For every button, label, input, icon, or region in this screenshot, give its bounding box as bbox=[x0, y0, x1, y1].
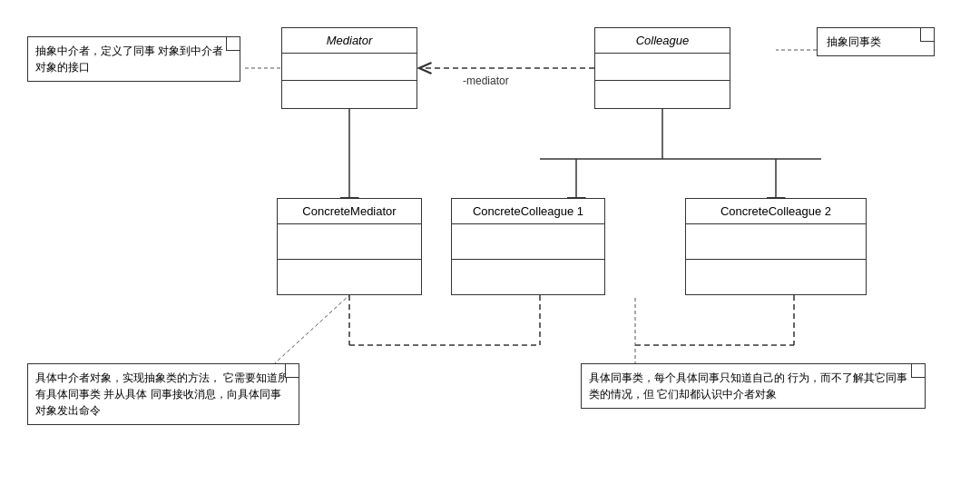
mediator-class: Mediator bbox=[281, 27, 417, 109]
mediator-class-body bbox=[282, 54, 416, 81]
colleague-class-body bbox=[595, 54, 730, 81]
mediator-label: -mediator bbox=[463, 74, 509, 87]
concrete-colleague1-class-body2 bbox=[452, 260, 604, 294]
concrete-colleague2-class: ConcreteColleague 2 bbox=[685, 198, 867, 295]
mediator-class-body2 bbox=[282, 81, 416, 108]
concrete-mediator-class-body2 bbox=[278, 260, 421, 294]
mediator-note: 抽象中介者，定义了同事 对象到中介者对象的接口 bbox=[27, 36, 240, 82]
diagram-container: Mediator Colleague ConcreteMediator Conc… bbox=[0, 0, 980, 495]
concrete-colleague1-class: ConcreteColleague 1 bbox=[451, 198, 605, 295]
concrete-mediator-class-body bbox=[278, 224, 421, 260]
concrete-colleague2-class-body2 bbox=[686, 260, 866, 294]
concrete-colleague2-class-name: ConcreteColleague 2 bbox=[686, 199, 866, 224]
concrete-colleague1-class-name: ConcreteColleague 1 bbox=[452, 199, 604, 224]
colleague-class: Colleague bbox=[594, 27, 730, 109]
mediator-note-text: 抽象中介者，定义了同事 对象到中介者对象的接口 bbox=[35, 45, 223, 74]
concrete-colleague-note: 具体同事类，每个具体同事只知道自己的 行为，而不了解其它同事类的情况，但 它们却… bbox=[581, 363, 926, 409]
concrete-mediator-note: 具体中介者对象，实现抽象类的方法， 它需要知道所有具体同事类 并从具体 同事接收… bbox=[27, 363, 299, 425]
abstract-colleague-note: 抽象同事类 bbox=[817, 27, 935, 56]
concrete-colleague2-class-body bbox=[686, 224, 866, 260]
concrete-mediator-class: ConcreteMediator bbox=[277, 198, 422, 295]
concrete-mediator-note-text: 具体中介者对象，实现抽象类的方法， 它需要知道所有具体同事类 并从具体 同事接收… bbox=[35, 371, 289, 417]
concrete-colleague1-class-body bbox=[452, 224, 604, 260]
abstract-colleague-note-text: 抽象同事类 bbox=[827, 35, 881, 48]
colleague-class-name: Colleague bbox=[595, 28, 730, 54]
concrete-colleague-note-text: 具体同事类，每个具体同事只知道自己的 行为，而不了解其它同事类的情况，但 它们却… bbox=[589, 371, 907, 401]
mediator-class-name: Mediator bbox=[282, 28, 416, 54]
concrete-mediator-class-name: ConcreteMediator bbox=[278, 199, 421, 224]
colleague-class-body2 bbox=[595, 81, 730, 108]
